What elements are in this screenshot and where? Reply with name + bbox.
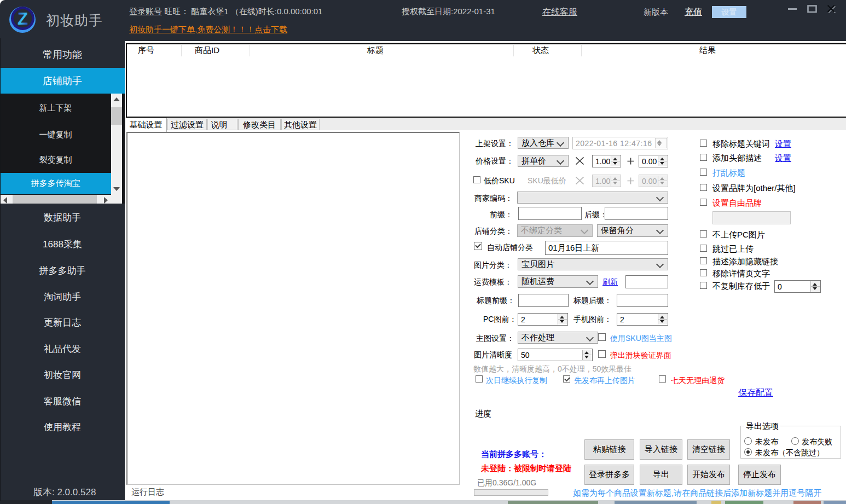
svg-text:Z: Z	[18, 9, 28, 28]
